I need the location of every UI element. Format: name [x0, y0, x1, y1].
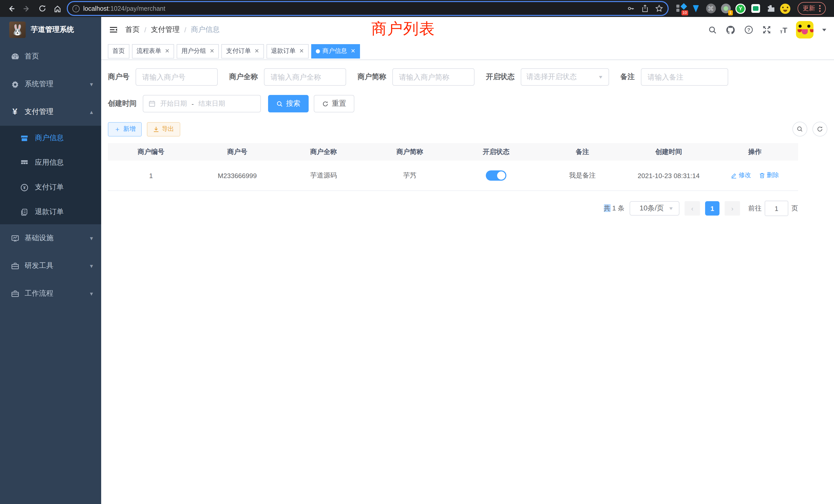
close-icon[interactable]: ✕ [165, 48, 170, 54]
table-header-row: 商户编号 商户号 商户全称 商户简称 开启状态 备注 创建时间 操作 [108, 143, 798, 161]
status-toggle[interactable] [486, 170, 506, 181]
field-label: 商户号 [108, 72, 129, 82]
export-button[interactable]: 导出 [147, 122, 180, 136]
extension-y-icon[interactable]: Y [736, 3, 746, 14]
short-name-input[interactable] [392, 68, 475, 86]
avatar-caret-icon[interactable] [822, 28, 826, 31]
extension-badge-orange: 1 [728, 10, 733, 15]
forward-icon[interactable] [21, 2, 33, 15]
sidebar-item-pay-order[interactable]: ¥ 支付订单 [0, 175, 101, 200]
browser-menu-icon[interactable] [819, 5, 821, 12]
page-info-icon[interactable]: i [72, 5, 80, 12]
edit-button[interactable]: 修改 [731, 171, 751, 180]
tag-user-group[interactable]: 用户分组✕ [177, 44, 219, 58]
sidebar-item-pay[interactable]: ¥ 支付管理 ▲ [0, 98, 101, 126]
fullscreen-icon[interactable] [762, 25, 771, 35]
plus-icon: ＋ [114, 126, 121, 132]
page-size-select[interactable]: 10条/页 ▼ [630, 201, 679, 215]
reload-icon[interactable] [36, 2, 48, 15]
sidebar-item-system[interactable]: 系统管理 ▼ [0, 70, 101, 98]
close-icon[interactable]: ✕ [299, 48, 304, 54]
extension-command-icon[interactable]: ⌘ [706, 3, 716, 14]
gear-icon [10, 80, 20, 89]
pencil-icon [731, 173, 737, 179]
cell-full-name: 芋道源码 [280, 161, 367, 191]
next-page-button[interactable]: › [725, 201, 740, 215]
delete-button[interactable]: 删除 [759, 171, 779, 180]
share-icon[interactable] [641, 5, 649, 12]
remark-input[interactable] [641, 68, 728, 86]
goto-page-input[interactable] [765, 201, 788, 216]
browser-profile-avatar[interactable] [780, 3, 790, 14]
full-name-input[interactable] [264, 68, 346, 86]
extensions-puzzle-icon[interactable] [765, 3, 775, 14]
reset-button[interactable]: 重置 [314, 95, 354, 112]
extension-status-icon[interactable]: 1 [721, 3, 731, 14]
field-merchant-no: 商户号 [108, 68, 218, 86]
refresh-table-button[interactable] [812, 122, 827, 137]
extension-grid-icon[interactable]: 10 [676, 3, 686, 14]
back-icon[interactable] [5, 2, 18, 15]
sidebar-item-merchant-info[interactable]: 商户信息 [0, 126, 101, 151]
close-icon[interactable]: ✕ [351, 48, 355, 54]
font-size-icon[interactable]: тT [780, 25, 787, 34]
tag-merchant-info[interactable]: 商户信息✕ [311, 44, 360, 58]
page-number-1[interactable]: 1 [705, 201, 720, 215]
chevron-down-icon: ▼ [89, 235, 94, 241]
toolbox-icon [10, 261, 20, 270]
sidebar-item-infrastructure[interactable]: 基础设施 ▼ [0, 224, 101, 252]
field-create-time: 创建时间 开始日期 - 结束日期 [108, 95, 261, 112]
merchant-no-input[interactable] [136, 68, 218, 86]
sidebar-item-dev-tools[interactable]: 研发工具 ▼ [0, 252, 101, 280]
browser-update-button[interactable]: 更新 [797, 2, 826, 15]
tag-home[interactable]: 首页 [108, 44, 129, 58]
help-icon[interactable]: ? [744, 25, 753, 35]
sidebar-item-app-info[interactable]: 应用信息 [0, 151, 101, 175]
url-text[interactable]: localhost:1024/pay/merchant [83, 5, 166, 12]
extension-tray: 10 ⌘ 1 Y [676, 3, 790, 14]
status-select[interactable]: 请选择开启状态 ▼ [521, 68, 609, 86]
sidebar-item-home[interactable]: 首页 [0, 43, 101, 70]
app-logo[interactable]: 🐰 芋道管理系统 [0, 17, 101, 43]
toggle-search-button[interactable] [792, 122, 807, 137]
close-icon[interactable]: ✕ [210, 48, 214, 54]
search-button[interactable]: 搜索 [268, 95, 309, 112]
github-icon[interactable] [726, 25, 736, 35]
bookmark-star-icon[interactable] [655, 5, 663, 12]
sidebar-fold-icon[interactable] [109, 25, 118, 35]
col-status: 开启状态 [453, 143, 539, 161]
yen-circle-icon: ¥ [20, 183, 29, 192]
close-icon[interactable]: ✕ [255, 48, 259, 54]
url-bar[interactable]: i localhost:1024/pay/merchant [67, 1, 668, 16]
tag-refund-order[interactable]: 退款订单✕ [266, 44, 308, 58]
password-key-icon[interactable] [627, 5, 635, 12]
dashboard-icon [10, 52, 20, 61]
header-search-icon[interactable] [708, 25, 717, 34]
date-range-picker[interactable]: 开始日期 - 结束日期 [143, 95, 261, 112]
field-label: 备注 [620, 72, 635, 82]
tag-process-form[interactable]: 流程表单✕ [132, 44, 174, 58]
pagination-total: 共 1 条 [604, 204, 624, 213]
sidebar-item-refund-order[interactable]: 退款订单 [0, 200, 101, 224]
calendar-icon [148, 100, 156, 107]
sidebar-item-label: 退款订单 [35, 207, 64, 216]
top-navbar: 首页 / 支付管理 / 商户信息 商户列表 ? [101, 17, 834, 43]
prev-page-button[interactable]: ‹ [684, 201, 700, 215]
extension-kite-icon[interactable] [691, 3, 701, 14]
tag-pay-order[interactable]: 支付订单✕ [222, 44, 264, 58]
chevron-down-icon: ▼ [668, 206, 674, 211]
sidebar-item-workflow[interactable]: 工作流程 ▼ [0, 280, 101, 307]
field-status: 开启状态 请选择开启状态 ▼ [486, 68, 609, 86]
table-grid-icon [20, 158, 29, 167]
user-avatar[interactable] [796, 21, 813, 39]
sidebar-item-label: 系统管理 [25, 79, 53, 89]
add-button[interactable]: ＋ 新增 [108, 122, 142, 136]
col-remark: 备注 [539, 143, 626, 161]
breadcrumb-pay[interactable]: 支付管理 [151, 25, 180, 35]
extension-chat-icon[interactable] [750, 3, 761, 14]
field-short-name: 商户简称 [357, 68, 475, 86]
home-icon[interactable] [51, 2, 64, 15]
breadcrumb-home[interactable]: 首页 [125, 25, 140, 35]
field-full-name: 商户全称 [229, 68, 346, 86]
chevron-down-icon: ▼ [89, 263, 94, 269]
